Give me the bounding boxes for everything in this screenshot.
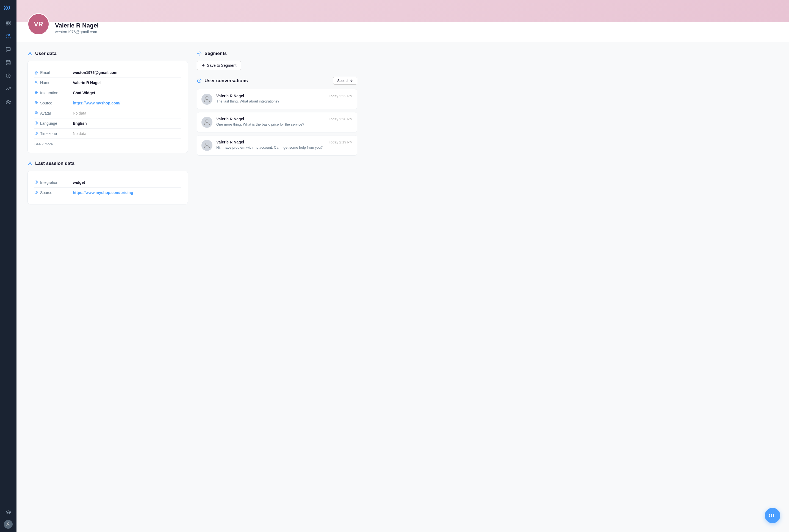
svg-rect-2 [6,24,8,25]
segments-header: Segments [197,51,357,56]
svg-point-16 [36,112,37,113]
conv-body: Valerie R Nagel Today 2:20 PM One more t… [216,117,352,127]
list-item[interactable]: Valerie R Nagel Today 2:19 PM Hi, I have… [197,135,357,155]
avatar: VR [27,13,50,35]
conv-avatar [201,117,212,128]
content-area: User data @ Email weston1976@gmail.com [17,42,789,532]
save-to-segment-button[interactable]: Save to Segment [197,61,241,70]
conv-header: Valerie R Nagel Today 2:19 PM [216,140,352,144]
session-source-value[interactable]: https://www.myshop.com/pricing [73,190,133,195]
svg-point-7 [7,100,9,102]
name-label: Name [34,80,73,85]
language-label: Language [34,121,73,126]
globe-icon [34,180,38,185]
sidebar-item-analytics[interactable] [3,83,14,95]
svg-point-27 [206,97,208,99]
session-integration-label: Integration [34,180,73,185]
at-icon: @ [34,71,38,75]
last-session-title: Last session data [35,161,75,166]
conv-preview: One more thing. What is the basic price … [216,122,352,127]
svg-point-29 [206,143,208,145]
conv-body: Valerie R Nagel Today 2:19 PM Hi, I have… [216,140,352,150]
table-row: Integration widget [34,177,181,188]
timezone-label: Timezone [34,131,73,136]
profile-email: weston1976@gmail.com [55,30,99,34]
conversations-header-left: User conversations [197,78,248,83]
table-row: Language English [34,118,181,129]
sidebar-item-education[interactable] [3,507,14,518]
table-row: Integration Chat Widget [34,88,181,98]
session-integration-value: widget [73,180,85,185]
user-data-section: User data @ Email weston1976@gmail.com [27,51,188,153]
sidebar-item-history[interactable] [3,70,14,81]
svg-point-28 [206,120,208,122]
conversations-section: User conversations See all [197,77,357,158]
profile-info: Valerie R Nagel weston1976@gmail.com [55,22,99,35]
see-more-link[interactable]: See 7 more... [34,142,181,146]
sidebar-user-avatar[interactable] [4,520,13,529]
conv-preview: The last thing. What about integrations? [216,99,352,103]
conv-name: Valerie R Nagel [216,94,244,98]
profile-area: VR Valerie R Nagel weston1976@gmail.com [17,22,789,42]
svg-rect-3 [9,24,11,25]
integration-value: Chat Widget [73,91,95,95]
last-session-header: Last session data [27,161,188,166]
segments-section: Segments Save to Segment [197,51,357,70]
sidebar-item-chat[interactable] [3,44,14,55]
last-session-icon [27,161,33,166]
right-column: Segments Save to Segment [197,51,357,205]
user-data-header: User data [27,51,188,56]
left-column: User data @ Email weston1976@gmail.com [27,51,188,205]
integration-label: Integration [34,91,73,95]
conv-time: Today 2:22 PM [329,94,352,98]
sidebar-item-database[interactable] [3,57,14,68]
globe-icon [34,190,38,195]
table-row: Name Valerie R Nagel [34,78,181,88]
last-session-card: Integration widget Source https: [27,171,188,205]
person-icon [34,80,38,85]
user-data-icon [27,51,33,56]
table-row: Timezone No data [34,129,181,139]
sidebar-logo [3,3,14,12]
chat-fab-button[interactable] [765,508,780,523]
sidebar-item-users[interactable] [3,31,14,42]
svg-point-10 [7,522,9,524]
name-value: Valerie R Nagel [73,80,101,85]
conversations-header-row: User conversations See all [197,77,357,84]
svg-point-5 [6,60,11,62]
user-data-title: User data [35,51,56,56]
last-session-section: Last session data Integration widget [27,161,188,205]
sidebar-item-dashboard[interactable] [3,18,14,28]
conv-header: Valerie R Nagel Today 2:20 PM [216,117,352,121]
conv-name: Valerie R Nagel [216,117,244,121]
conv-avatar [201,94,212,105]
table-row: Source https://www.myshop.com/ [34,98,181,108]
source-value[interactable]: https://www.myshop.com/ [73,101,120,105]
avatar-label: Avatar [34,111,73,115]
svg-point-4 [6,34,8,36]
svg-point-19 [29,162,31,164]
timezone-value: No data [73,131,86,136]
table-row: Source https://www.myshop.com/pricing [34,188,181,197]
header-banner [17,0,789,22]
email-value: weston1976@gmail.com [73,70,117,75]
see-all-button[interactable]: See all [333,77,357,84]
content-grid: User data @ Email weston1976@gmail.com [27,51,357,205]
sidebar-item-team[interactable] [3,97,14,108]
svg-rect-0 [6,21,8,23]
segments-title: Segments [205,51,227,56]
svg-rect-1 [9,21,11,23]
table-row: @ Email weston1976@gmail.com [34,68,181,78]
conversations-icon [197,78,202,83]
language-value: English [73,121,87,126]
globe-icon [34,121,38,126]
user-data-card: @ Email weston1976@gmail.com Name [27,61,188,153]
list-item[interactable]: Valerie R Nagel Today 2:20 PM One more t… [197,112,357,132]
person-circle-icon [34,111,38,115]
profile-name: Valerie R Nagel [55,22,99,29]
conv-header: Valerie R Nagel Today 2:22 PM [216,94,352,98]
main-content: VR Valerie R Nagel weston1976@gmail.com [17,0,789,532]
list-item[interactable]: Valerie R Nagel Today 2:22 PM The last t… [197,89,357,109]
conv-time: Today 2:20 PM [329,117,352,121]
svg-point-12 [36,81,37,82]
